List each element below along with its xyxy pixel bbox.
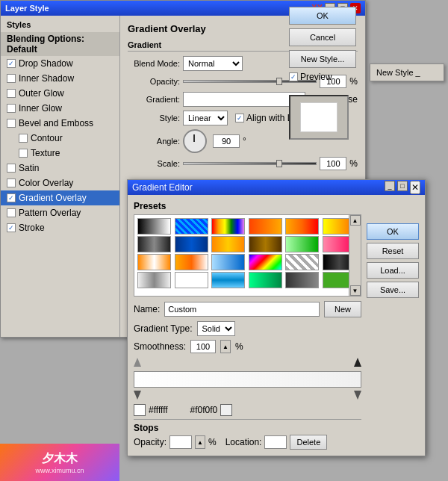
drop-shadow-checkbox[interactable]: [7, 59, 16, 68]
satin-checkbox[interactable]: [7, 164, 16, 173]
preset-item-10[interactable]: [285, 236, 319, 252]
drop-shadow-item[interactable]: Drop Shadow: [1, 56, 119, 71]
angle-dial[interactable]: [183, 129, 207, 153]
satin-item[interactable]: Satin: [1, 161, 119, 176]
ge-right-color-swatch[interactable]: [220, 404, 232, 416]
outer-glow-checkbox[interactable]: [7, 89, 16, 98]
blend-mode-select[interactable]: Normal: [183, 56, 243, 71]
stroke-checkbox[interactable]: [7, 223, 16, 232]
preset-item-14[interactable]: [211, 254, 245, 270]
ok-button[interactable]: OK: [289, 7, 356, 25]
ge-minimize-button[interactable]: _: [385, 181, 395, 191]
preset-item-6[interactable]: [137, 236, 171, 252]
stroke-item[interactable]: Stroke: [1, 220, 119, 235]
bevel-emboss-label: Bevel and Emboss: [19, 118, 93, 128]
ge-gradient-area: [134, 358, 361, 401]
pattern-overlay-label: Pattern Overlay: [19, 208, 81, 218]
ge-ok-button[interactable]: OK: [367, 223, 419, 240]
scale-slider-thumb[interactable]: [276, 160, 282, 167]
presets-scroll-up[interactable]: ▲: [350, 215, 361, 226]
ge-gradient-bar[interactable]: [134, 371, 361, 388]
ge-smoothness-stepper[interactable]: ▲: [220, 340, 231, 353]
new-style-popup-item[interactable]: New Style _: [372, 66, 442, 79]
bevel-emboss-item[interactable]: Bevel and Emboss: [1, 116, 119, 131]
ge-save-button[interactable]: Save...: [367, 282, 419, 298]
scale-slider[interactable]: [183, 162, 317, 165]
ge-stops-row: Opacity: ▲ % Location: Delete: [134, 435, 361, 450]
scale-label: Scale:: [128, 159, 180, 168]
preset-item-20[interactable]: [211, 272, 245, 288]
texture-item[interactable]: Texture: [1, 146, 119, 161]
ge-top-markers: [134, 358, 361, 368]
preset-item-18[interactable]: [137, 272, 171, 288]
ge-new-button[interactable]: New: [324, 301, 361, 317]
inner-glow-checkbox[interactable]: [7, 104, 16, 113]
pattern-overlay-item[interactable]: Pattern Overlay: [1, 205, 119, 220]
ge-load-button[interactable]: Load...: [367, 262, 419, 279]
gradient-overlay-item[interactable]: Gradient Overlay: [1, 190, 119, 205]
ge-location-label: Location:: [225, 437, 262, 447]
ge-close-button[interactable]: ✕: [410, 181, 420, 194]
ge-opacity-value[interactable]: [169, 435, 192, 449]
ge-colors-row: #ffffff #f0f0f0: [134, 404, 361, 416]
cancel-button[interactable]: Cancel: [289, 28, 356, 46]
ge-left-color-box: #ffffff: [134, 404, 168, 416]
preset-item-0[interactable]: [137, 218, 171, 235]
color-overlay-item[interactable]: Color Overlay: [1, 176, 119, 190]
preset-item-13[interactable]: [175, 254, 208, 270]
ge-top-marker-left[interactable]: [134, 358, 141, 367]
presets-scroll-down[interactable]: ▼: [350, 285, 361, 296]
preset-item-1[interactable]: [175, 218, 208, 235]
ge-name-input[interactable]: [164, 302, 320, 317]
bevel-emboss-checkbox[interactable]: [7, 119, 16, 128]
ge-opacity-stepper[interactable]: ▲: [195, 435, 205, 449]
preset-item-4[interactable]: [285, 218, 319, 235]
style-select[interactable]: Linear: [183, 111, 228, 125]
gradient-overlay-label: Gradient Overlay: [19, 193, 87, 203]
preset-item-15[interactable]: [249, 254, 282, 270]
align-layer-checkbox[interactable]: [235, 114, 244, 122]
preset-item-12[interactable]: [137, 254, 171, 270]
preset-item-22[interactable]: [285, 272, 319, 288]
angle-value[interactable]: [213, 134, 240, 148]
styles-title: Styles: [1, 19, 119, 32]
pattern-overlay-checkbox[interactable]: [7, 208, 16, 217]
inner-glow-label: Inner Glow: [19, 103, 62, 114]
ge-opacity-label: Opacity:: [134, 437, 167, 447]
new-style-button[interactable]: New Style...: [289, 50, 356, 68]
ge-reset-button[interactable]: Reset: [367, 243, 419, 259]
inner-glow-item[interactable]: Inner Glow: [1, 101, 119, 116]
ge-bottom-marker-right[interactable]: [354, 391, 361, 400]
scale-value[interactable]: [320, 157, 346, 170]
scale-row: Scale: %: [128, 157, 358, 170]
ge-gradient-type-select[interactable]: Solid: [197, 321, 235, 336]
preset-item-8[interactable]: [211, 236, 245, 252]
preset-item-3[interactable]: [249, 218, 282, 235]
preset-item-16[interactable]: [285, 254, 319, 270]
blending-options-item[interactable]: Blending Options: Default: [1, 32, 119, 56]
preset-item-7[interactable]: [175, 236, 208, 252]
ge-maximize-button[interactable]: □: [397, 181, 408, 191]
logo-url: www.ximumu.cn: [35, 467, 84, 474]
ge-bottom-marker-left[interactable]: [134, 391, 141, 400]
preset-item-2[interactable]: [211, 218, 245, 235]
preview-checkbox[interactable]: [289, 72, 298, 81]
texture-checkbox[interactable]: [19, 149, 28, 158]
style-label: Style:: [128, 114, 180, 122]
gradient-overlay-checkbox[interactable]: [7, 193, 16, 202]
ge-left-color-swatch[interactable]: [134, 404, 146, 416]
ge-delete-button[interactable]: Delete: [290, 435, 327, 450]
preset-item-21[interactable]: [249, 272, 282, 288]
color-overlay-checkbox[interactable]: [7, 179, 16, 187]
preset-item-19[interactable]: [175, 272, 208, 288]
outer-glow-item[interactable]: Outer Glow: [1, 86, 119, 101]
ge-smoothness-value[interactable]: [190, 340, 216, 353]
contour-checkbox[interactable]: [19, 134, 28, 143]
ge-top-marker-right[interactable]: [354, 358, 361, 367]
opacity-slider-thumb[interactable]: [276, 78, 282, 85]
contour-item[interactable]: Contour: [1, 131, 119, 146]
inner-shadow-checkbox[interactable]: [7, 74, 16, 83]
inner-shadow-item[interactable]: Inner Shadow: [1, 71, 119, 86]
preset-item-9[interactable]: [249, 236, 282, 252]
ge-location-value[interactable]: [264, 435, 287, 449]
